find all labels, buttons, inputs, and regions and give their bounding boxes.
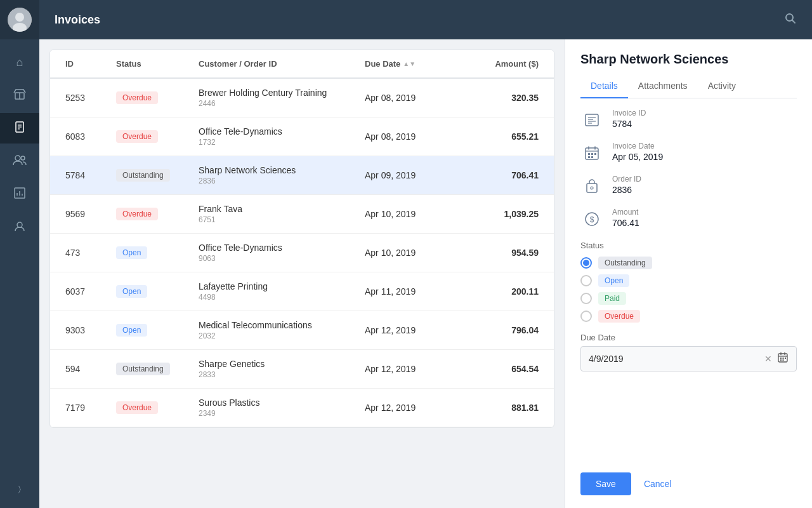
status-badge-outstanding: Outstanding: [598, 257, 652, 269]
invoice-id-icon: [580, 109, 603, 131]
due-date-input[interactable]: 4/9/2019 ✕: [580, 346, 797, 371]
order-id: 2836: [199, 177, 355, 185]
sidebar-item-home[interactable]: ⌂: [0, 47, 39, 77]
status-option-overdue[interactable]: Overdue: [580, 310, 797, 323]
order-id-label: Order ID: [612, 175, 797, 184]
customer-name: Lafayette Printing: [199, 281, 355, 291]
row-amount: 320.35: [461, 84, 544, 112]
table-section: ID Status Customer / Order ID Due Date ▲…: [39, 39, 565, 508]
row-customer: Surous Plastics 2349: [193, 389, 360, 427]
table-row[interactable]: 473 Open Office Tele-Dynamics 9063 Apr 1…: [50, 234, 554, 272]
sidebar-item-reports[interactable]: [0, 179, 39, 210]
svg-point-10: [21, 156, 25, 160]
calendar-icon[interactable]: [777, 352, 789, 366]
order-id: 2349: [199, 409, 355, 418]
row-customer: Frank Tava 6751: [193, 195, 360, 233]
sort-icon: ▲▼: [403, 60, 416, 67]
row-amount: 1,039.25: [461, 200, 544, 228]
invoice-id-label: Invoice ID: [612, 109, 797, 117]
amount-field: $ Amount 706.41: [580, 208, 797, 231]
invoice-date-value: Apr 05, 2019: [612, 152, 797, 162]
status-section: Status Outstanding Open: [580, 241, 797, 323]
table-row[interactable]: 5253 Overdue Brewer Holding Century Trai…: [50, 79, 554, 117]
status-section-label: Status: [580, 241, 797, 250]
row-customer: Office Tele-Dynamics 9063: [193, 234, 360, 272]
content-area: ID Status Customer / Order ID Due Date ▲…: [39, 39, 812, 508]
customer-name: Frank Tava: [199, 204, 355, 214]
invoice-id-content: Invoice ID 5784: [612, 109, 797, 129]
status-badge: Open: [116, 285, 147, 298]
row-status: Overdue: [111, 392, 193, 423]
row-id: 473: [60, 239, 111, 267]
detail-company-name: Sharp Network Sciences: [580, 52, 797, 67]
sidebar-item-products[interactable]: [0, 80, 39, 110]
col-header-due-date[interactable]: Due Date ▲▼: [360, 50, 461, 77]
status-option-outstanding[interactable]: Outstanding: [580, 257, 797, 269]
row-due-date: Apr 08, 2019: [360, 123, 461, 150]
row-status: Open: [111, 237, 193, 268]
expand-icon: 〉: [18, 485, 21, 493]
table-row[interactable]: 594 Outstanding Sharpe Genetics 2833 Apr…: [50, 350, 554, 389]
invoice-date-field: Invoice Date Apr 05, 2019: [580, 142, 797, 164]
tab-attachments[interactable]: Attachments: [628, 74, 698, 98]
order-id-icon: [580, 175, 603, 197]
customer-name: Medical Telecommunications: [199, 320, 355, 330]
svg-rect-27: [588, 153, 590, 155]
table-row[interactable]: 5784 Outstanding Sharp Network Sciences …: [50, 156, 554, 195]
row-status: Open: [111, 315, 193, 345]
tab-details[interactable]: Details: [580, 74, 628, 98]
svg-rect-40: [780, 358, 782, 359]
row-customer: Sharpe Genetics 2833: [193, 350, 360, 388]
svg-rect-42: [785, 358, 786, 359]
status-option-open[interactable]: Open: [580, 274, 797, 287]
status-options: Outstanding Open Paid: [580, 257, 797, 323]
sidebar-expand-button[interactable]: 〉: [0, 478, 39, 500]
home-icon: ⌂: [16, 56, 23, 69]
tab-activity[interactable]: Activity: [698, 74, 746, 98]
sidebar-item-invoices[interactable]: [0, 113, 39, 144]
customer-name: Sharp Network Sciences: [199, 165, 355, 175]
col-header-amount: Amount ($): [461, 50, 544, 77]
user-avatar-container[interactable]: [0, 0, 39, 39]
row-due-date: Apr 08, 2019: [360, 84, 461, 112]
table-header: ID Status Customer / Order ID Due Date ▲…: [50, 50, 554, 79]
row-amount: 706.41: [461, 161, 544, 189]
radio-outstanding: [580, 257, 592, 269]
customer-name: Sharpe Genetics: [199, 359, 355, 369]
save-button[interactable]: Save: [580, 472, 631, 495]
table-row[interactable]: 9303 Open Medical Telecommunications 203…: [50, 311, 554, 350]
search-icon[interactable]: [784, 12, 797, 28]
customer-name: Brewer Holding Century Training: [199, 88, 355, 98]
main-area: Invoices ID Status Customer / Order ID D…: [39, 0, 812, 508]
order-id: 1732: [199, 138, 355, 147]
customer-name: Surous Plastics: [199, 398, 355, 408]
order-id: 2833: [199, 370, 355, 379]
col-header-customer: Customer / Order ID: [193, 50, 360, 77]
sidebar-item-team[interactable]: [0, 146, 39, 177]
row-amount: 796.04: [461, 316, 544, 344]
row-id: 6037: [60, 277, 111, 305]
order-id-content: Order ID 2836: [612, 175, 797, 195]
svg-line-17: [792, 20, 796, 23]
table-row[interactable]: 6037 Open Lafayette Printing 4498 Apr 11…: [50, 272, 554, 311]
clear-date-icon[interactable]: ✕: [764, 354, 772, 364]
table-row[interactable]: 9569 Overdue Frank Tava 6751 Apr 10, 201…: [50, 195, 554, 234]
row-id: 7179: [60, 394, 111, 422]
table-row[interactable]: 6083 Overdue Office Tele-Dynamics 1732 A…: [50, 117, 554, 156]
row-id: 594: [60, 355, 111, 383]
amount-label: Amount: [612, 208, 797, 217]
customer-name: Office Tele-Dynamics: [199, 243, 355, 253]
order-id: 6751: [199, 215, 355, 224]
table-row[interactable]: 7179 Overdue Surous Plastics 2349 Apr 12…: [50, 389, 554, 427]
order-id-field: Order ID 2836: [580, 175, 797, 197]
svg-rect-41: [783, 358, 784, 359]
detail-tabs: Details Attachments Activity: [580, 74, 797, 98]
topbar: Invoices: [39, 0, 812, 39]
sidebar-item-contacts[interactable]: [0, 212, 39, 243]
status-option-paid[interactable]: Paid: [580, 292, 797, 305]
invoice-id-value: 5784: [612, 119, 797, 129]
status-badge-open: Open: [598, 274, 629, 287]
cancel-button[interactable]: Cancel: [639, 472, 677, 495]
reports-icon: [13, 187, 26, 203]
radio-paid: [580, 293, 592, 304]
